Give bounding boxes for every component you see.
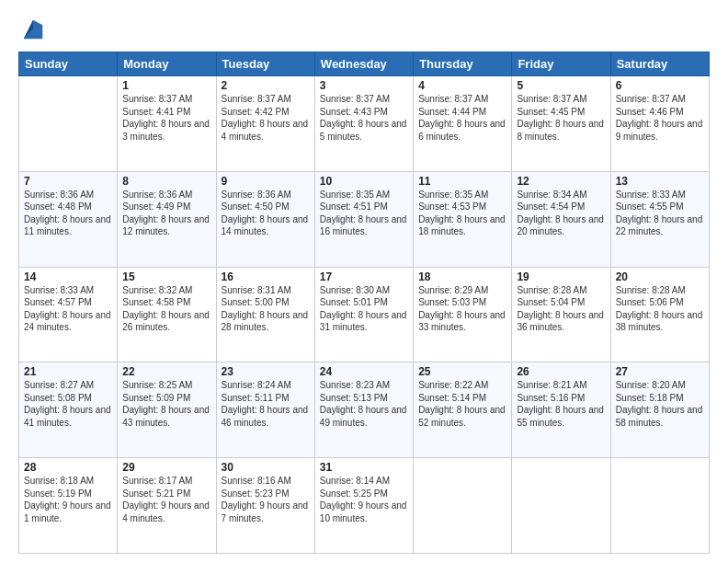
cell-info: Sunrise: 8:30 AMSunset: 5:01 PMDaylight:… xyxy=(320,285,407,333)
cell-info: Sunrise: 8:36 AMSunset: 4:49 PMDaylight:… xyxy=(122,190,210,237)
day-number: 21 xyxy=(24,365,112,378)
day-number: 12 xyxy=(517,175,605,188)
cell-info: Sunrise: 8:28 AMSunset: 5:04 PMDaylight:… xyxy=(517,285,604,333)
day-number: 9 xyxy=(222,175,310,188)
cell-info: Sunrise: 8:25 AMSunset: 5:09 PMDaylight:… xyxy=(122,380,210,428)
calendar-week-row: 21 Sunrise: 8:27 AMSunset: 5:08 PMDaylig… xyxy=(19,362,710,458)
day-number: 16 xyxy=(222,270,310,283)
cell-info: Sunrise: 8:32 AMSunset: 4:58 PMDaylight:… xyxy=(122,285,210,333)
cell-info: Sunrise: 8:37 AMSunset: 4:45 PMDaylight:… xyxy=(517,94,604,142)
calendar-cell: 2 Sunrise: 8:37 AMSunset: 4:42 PMDayligh… xyxy=(216,76,314,172)
calendar-cell xyxy=(512,458,610,554)
calendar-cell xyxy=(414,458,512,554)
calendar-cell: 30 Sunrise: 8:16 AMSunset: 5:23 PMDaylig… xyxy=(216,458,314,554)
day-number: 2 xyxy=(222,79,310,92)
day-number: 5 xyxy=(517,79,605,92)
calendar-cell: 19 Sunrise: 8:28 AMSunset: 5:04 PMDaylig… xyxy=(512,267,610,362)
day-number: 18 xyxy=(418,270,506,283)
calendar-cell: 29 Sunrise: 8:17 AMSunset: 5:21 PMDaylig… xyxy=(118,458,216,554)
cell-info: Sunrise: 8:37 AMSunset: 4:46 PMDaylight:… xyxy=(616,94,703,142)
cell-info: Sunrise: 8:14 AMSunset: 5:25 PMDaylight:… xyxy=(320,476,407,523)
calendar-cell: 1 Sunrise: 8:37 AMSunset: 4:41 PMDayligh… xyxy=(118,76,216,172)
cell-info: Sunrise: 8:33 AMSunset: 4:55 PMDaylight:… xyxy=(616,190,703,237)
cell-info: Sunrise: 8:37 AMSunset: 4:44 PMDaylight:… xyxy=(418,94,506,142)
calendar-cell: 16 Sunrise: 8:31 AMSunset: 5:00 PMDaylig… xyxy=(216,267,314,362)
logo xyxy=(18,17,46,42)
calendar-cell: 6 Sunrise: 8:37 AMSunset: 4:46 PMDayligh… xyxy=(610,76,709,172)
day-number: 17 xyxy=(320,270,408,283)
header xyxy=(18,17,710,42)
day-number: 22 xyxy=(122,365,210,378)
cell-info: Sunrise: 8:37 AMSunset: 4:42 PMDaylight:… xyxy=(222,94,309,142)
calendar-cell: 25 Sunrise: 8:22 AMSunset: 5:14 PMDaylig… xyxy=(414,362,512,458)
day-number: 27 xyxy=(616,365,704,378)
cell-info: Sunrise: 8:36 AMSunset: 4:48 PMDaylight:… xyxy=(24,190,111,237)
calendar-cell: 12 Sunrise: 8:34 AMSunset: 4:54 PMDaylig… xyxy=(512,171,610,267)
calendar-week-row: 7 Sunrise: 8:36 AMSunset: 4:48 PMDayligh… xyxy=(19,171,710,267)
calendar-cell xyxy=(19,76,118,172)
calendar-cell: 15 Sunrise: 8:32 AMSunset: 4:58 PMDaylig… xyxy=(118,267,216,362)
cell-info: Sunrise: 8:34 AMSunset: 4:54 PMDaylight:… xyxy=(517,190,604,237)
day-number: 14 xyxy=(24,270,112,283)
calendar-cell: 13 Sunrise: 8:33 AMSunset: 4:55 PMDaylig… xyxy=(610,171,709,267)
calendar-cell: 5 Sunrise: 8:37 AMSunset: 4:45 PMDayligh… xyxy=(512,76,610,172)
calendar-cell: 21 Sunrise: 8:27 AMSunset: 5:08 PMDaylig… xyxy=(19,362,118,458)
calendar-week-row: 28 Sunrise: 8:18 AMSunset: 5:19 PMDaylig… xyxy=(19,458,710,554)
col-header-saturday: Saturday xyxy=(610,52,709,76)
calendar-cell: 7 Sunrise: 8:36 AMSunset: 4:48 PMDayligh… xyxy=(19,171,118,267)
calendar-header-row: SundayMondayTuesdayWednesdayThursdayFrid… xyxy=(19,52,710,76)
calendar-cell: 3 Sunrise: 8:37 AMSunset: 4:43 PMDayligh… xyxy=(314,76,413,172)
cell-info: Sunrise: 8:35 AMSunset: 4:53 PMDaylight:… xyxy=(418,190,506,237)
day-number: 19 xyxy=(517,270,605,283)
calendar-cell: 23 Sunrise: 8:24 AMSunset: 5:11 PMDaylig… xyxy=(216,362,314,458)
day-number: 6 xyxy=(616,79,704,92)
cell-info: Sunrise: 8:16 AMSunset: 5:23 PMDaylight:… xyxy=(222,476,309,523)
calendar-cell: 22 Sunrise: 8:25 AMSunset: 5:09 PMDaylig… xyxy=(118,362,216,458)
cell-info: Sunrise: 8:17 AMSunset: 5:21 PMDaylight:… xyxy=(122,476,210,523)
cell-info: Sunrise: 8:28 AMSunset: 5:06 PMDaylight:… xyxy=(616,285,703,333)
calendar-week-row: 1 Sunrise: 8:37 AMSunset: 4:41 PMDayligh… xyxy=(19,76,710,172)
calendar-cell: 11 Sunrise: 8:35 AMSunset: 4:53 PMDaylig… xyxy=(414,171,512,267)
calendar-cell: 24 Sunrise: 8:23 AMSunset: 5:13 PMDaylig… xyxy=(314,362,413,458)
day-number: 11 xyxy=(418,175,506,188)
calendar-cell xyxy=(610,458,709,554)
day-number: 20 xyxy=(616,270,704,283)
calendar-cell: 26 Sunrise: 8:21 AMSunset: 5:16 PMDaylig… xyxy=(512,362,610,458)
day-number: 13 xyxy=(616,175,704,188)
col-header-friday: Friday xyxy=(512,52,610,76)
calendar-cell: 9 Sunrise: 8:36 AMSunset: 4:50 PMDayligh… xyxy=(216,171,314,267)
calendar-cell: 31 Sunrise: 8:14 AMSunset: 5:25 PMDaylig… xyxy=(314,458,413,554)
calendar-cell: 17 Sunrise: 8:30 AMSunset: 5:01 PMDaylig… xyxy=(314,267,413,362)
cell-info: Sunrise: 8:23 AMSunset: 5:13 PMDaylight:… xyxy=(320,380,407,428)
day-number: 23 xyxy=(222,365,310,378)
cell-info: Sunrise: 8:27 AMSunset: 5:08 PMDaylight:… xyxy=(24,380,111,428)
day-number: 10 xyxy=(320,175,408,188)
calendar-cell: 10 Sunrise: 8:35 AMSunset: 4:51 PMDaylig… xyxy=(314,171,413,267)
cell-info: Sunrise: 8:37 AMSunset: 4:41 PMDaylight:… xyxy=(122,94,210,142)
calendar-cell: 4 Sunrise: 8:37 AMSunset: 4:44 PMDayligh… xyxy=(414,76,512,172)
cell-info: Sunrise: 8:35 AMSunset: 4:51 PMDaylight:… xyxy=(320,190,407,237)
calendar-cell: 8 Sunrise: 8:36 AMSunset: 4:49 PMDayligh… xyxy=(118,171,216,267)
calendar-cell: 20 Sunrise: 8:28 AMSunset: 5:06 PMDaylig… xyxy=(610,267,709,362)
cell-info: Sunrise: 8:37 AMSunset: 4:43 PMDaylight:… xyxy=(320,94,407,142)
col-header-sunday: Sunday xyxy=(19,52,118,76)
day-number: 3 xyxy=(320,79,408,92)
col-header-monday: Monday xyxy=(118,52,216,76)
day-number: 25 xyxy=(418,365,506,378)
day-number: 28 xyxy=(24,461,112,474)
cell-info: Sunrise: 8:18 AMSunset: 5:19 PMDaylight:… xyxy=(24,476,111,523)
day-number: 15 xyxy=(122,270,210,283)
day-number: 1 xyxy=(122,79,210,92)
day-number: 26 xyxy=(517,365,605,378)
day-number: 7 xyxy=(24,175,112,188)
cell-info: Sunrise: 8:24 AMSunset: 5:11 PMDaylight:… xyxy=(222,380,309,428)
calendar-cell: 14 Sunrise: 8:33 AMSunset: 4:57 PMDaylig… xyxy=(19,267,118,362)
page: SundayMondayTuesdayWednesdayThursdayFrid… xyxy=(0,0,728,563)
calendar-cell: 28 Sunrise: 8:18 AMSunset: 5:19 PMDaylig… xyxy=(19,458,118,554)
cell-info: Sunrise: 8:22 AMSunset: 5:14 PMDaylight:… xyxy=(418,380,506,428)
day-number: 30 xyxy=(222,461,310,474)
day-number: 29 xyxy=(122,461,210,474)
col-header-thursday: Thursday xyxy=(414,52,512,76)
day-number: 4 xyxy=(418,79,506,92)
cell-info: Sunrise: 8:31 AMSunset: 5:00 PMDaylight:… xyxy=(222,285,309,333)
